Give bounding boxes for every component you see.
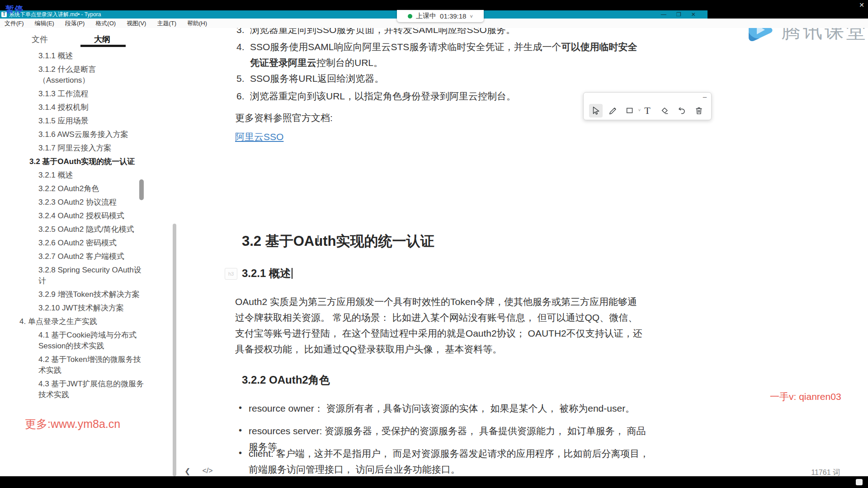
outline-item[interactable]: 3.1.1 概述	[38, 51, 145, 61]
bullet-item[interactable]: • client: 客户端，这并不是指用户， 而是对资源服务器发起请求的应用程序…	[235, 446, 651, 477]
chevron-down-icon[interactable]: ˅	[470, 14, 472, 19]
outline-item[interactable]: 3.2.10 JWT技术解决方案	[38, 303, 145, 314]
sidebar-collapse-icon[interactable]: ❮	[184, 467, 190, 475]
outline-item[interactable]: 3.1.3 工作流程	[38, 89, 145, 99]
aliyun-sso-link[interactable]: 阿里云SSO	[235, 131, 283, 142]
outline-item[interactable]: 3.2.5 OAuth2 隐式/简化模式	[38, 224, 145, 235]
list-text: SSO服务使用SAML响应向阿里云STS服务请求临时安全凭证，并生成一个可以使用…	[250, 42, 637, 68]
pen-tool-icon[interactable]	[606, 104, 620, 117]
outline-item[interactable]: 4.1 基于Cookie跨域与分布式Session的技术实践	[38, 330, 145, 352]
title-bar[interactable]: T 系统下单点登录深入讲解.md• - Typora	[0, 10, 708, 19]
outline-item[interactable]: 3.1.4 授权机制	[38, 102, 145, 113]
heading-level-badge: h3	[225, 268, 237, 280]
subsection-heading[interactable]: h33.2.1 概述	[242, 267, 292, 280]
watermark-contact: 一手v: qianren03	[770, 390, 841, 403]
list-item[interactable]: 5. SSO服务将URL返回给浏览器。	[233, 70, 645, 86]
shape-tool-icon[interactable]: ˅	[623, 104, 637, 117]
list-number: 4.	[236, 39, 245, 55]
active-tab-underline	[80, 45, 126, 47]
outline-item[interactable]: 4.2 基于Token增强的微服务技术实践	[38, 354, 145, 376]
outline-item[interactable]: 3.2.3 OAuth2 协议流程	[38, 197, 145, 208]
watermark-url: 更多:www.ym8a.cn	[25, 417, 120, 432]
list-text: 浏览器重定向到该URL，以指定角色身份登录到阿里云控制台。	[250, 91, 516, 101]
outline-item[interactable]: 3.2.2 OAuth2角色	[38, 183, 145, 194]
outline-item[interactable]: 3.2.9 增强Token技术解决方案	[38, 289, 145, 300]
class-timer[interactable]: 上课中 01:39:18 ˅	[397, 10, 484, 22]
subsection-heading[interactable]: 3.2.2 OAuth2角色	[242, 373, 330, 387]
minimize-icon[interactable]: —	[661, 11, 666, 18]
text-cursor-icon: I	[316, 233, 320, 244]
menu-item[interactable]: 文件(F)	[5, 19, 24, 28]
sidebar-scrollbar-thumb[interactable]	[173, 224, 176, 476]
sidebar: 文件 大纲 3.1.1 概述3.1.2 什么是断言（Assertions）3.1…	[0, 28, 177, 476]
close-icon[interactable]: ✕	[691, 11, 696, 18]
outline-list: 3.1.1 概述3.1.2 什么是断言（Assertions）3.1.3 工作流…	[0, 51, 177, 403]
outline-item[interactable]: 4.3 基于JWT扩展信息的微服务技术实践	[38, 379, 145, 400]
outline-scrollbar-thumb[interactable]	[139, 179, 144, 200]
taskbar-app-icon[interactable]	[856, 479, 863, 485]
menu-item[interactable]: 格式(O)	[95, 19, 116, 28]
text-tool-icon[interactable]: T	[641, 104, 654, 117]
outline-item[interactable]: 3.2.8 Spring Security OAuth设计	[38, 265, 145, 286]
overlay-close-icon[interactable]: ✕	[859, 1, 864, 9]
outline-item[interactable]: 3.2.1 概述	[38, 170, 145, 181]
source-mode-icon[interactable]: </>	[202, 467, 212, 475]
editor-footer: ❮ </>	[184, 467, 213, 475]
list-item[interactable]: 4. SSO服务使用SAML响应向阿里云STS服务请求临时安全凭证，并生成一个可…	[233, 39, 645, 70]
outline-item[interactable]: 3.2.4 OAuth2 授权码模式	[38, 211, 145, 221]
recording-dot-icon	[408, 14, 412, 19]
document-editor[interactable]: 3. 浏览器重定向到SSO服务页面，并转发SAML响应给SSO服务。 4. SS…	[233, 0, 667, 488]
menu-item[interactable]: 视图(V)	[127, 19, 146, 28]
tab-outline[interactable]: 大纲	[94, 34, 110, 45]
bullet-item[interactable]: • resource owner： 资源所有者，具备访问该资源的实体， 如果是某…	[235, 400, 651, 416]
paragraph[interactable]: OAuth2 实质是为第三方应用颁发一个具有时效性的Token令牌，使其他服务或…	[235, 294, 644, 357]
outline-item[interactable]: 3.2.7 OAuth2 客户端模式	[38, 251, 145, 262]
annotation-toolbar[interactable]: – ˅ T	[583, 92, 712, 120]
paragraph: 阿里云SSO	[235, 129, 644, 145]
outline-item[interactable]: 4. 单点登录之生产实践	[19, 316, 126, 327]
list-text: SSO服务将URL返回给浏览器。	[250, 73, 384, 84]
undo-tool-icon[interactable]	[675, 104, 689, 117]
outline-item[interactable]: 3.1.7 阿里云接入方案	[38, 143, 145, 154]
outline-item[interactable]: 3.1.5 应用场景	[38, 116, 145, 127]
menu-item[interactable]: 帮助(H)	[187, 19, 207, 28]
pause-overlay-label: 暂停	[5, 4, 24, 15]
text-caret	[292, 268, 292, 279]
list-number: 6.	[236, 88, 245, 104]
eraser-tool-icon[interactable]	[658, 104, 671, 117]
tab-files[interactable]: 文件	[32, 34, 48, 45]
bullet-dot: •	[239, 422, 242, 438]
outline-item[interactable]: 3.2.6 OAuth2 密码模式	[38, 238, 145, 249]
menu-item[interactable]: 主题(T)	[157, 19, 176, 28]
cursor-tool-icon[interactable]	[589, 104, 603, 117]
bullet-dot: •	[239, 400, 242, 416]
maximize-icon[interactable]: ❐	[676, 11, 681, 18]
list-number: 5.	[236, 70, 245, 86]
bullet-text: client: 客户端，这并不是指用户， 而是对资源服务器发起请求的应用程序，比…	[249, 448, 649, 474]
toolbar-tools-row: ˅ T	[584, 102, 711, 120]
menu-item[interactable]: 编辑(E)	[35, 19, 54, 28]
outline-item[interactable]: 3.2 基于OAuth实现的统一认证	[29, 156, 174, 167]
timer-status: 上课中	[416, 12, 436, 20]
taskbar[interactable]	[0, 476, 868, 488]
toolbar-minimize-icon[interactable]: –	[703, 93, 707, 100]
outline-item[interactable]: 3.1.2 什么是断言（Assertions）	[38, 64, 145, 86]
timer-time: 01:39:18	[440, 12, 466, 20]
desktop-top-right	[708, 0, 868, 19]
bullet-text: resource owner： 资源所有者，具备访问该资源的实体， 如果是某个人…	[249, 403, 635, 413]
section-heading[interactable]: 3.2 基于OAuth实现的统一认证	[242, 232, 434, 250]
outline-item[interactable]: 3.1.6 AWS云服务接入方案	[38, 129, 145, 140]
window-controls: — ❐ ✕	[661, 11, 696, 18]
bullet-dot: •	[239, 445, 242, 461]
menu-item[interactable]: 段落(P)	[65, 19, 85, 28]
trash-tool-icon[interactable]	[692, 104, 706, 117]
